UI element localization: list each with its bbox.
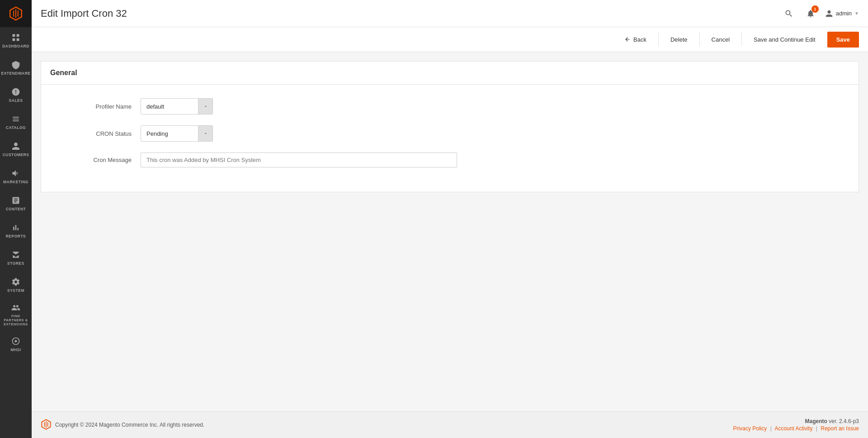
- sidebar-item-label: EXTENDWARE: [1, 71, 31, 76]
- footer-right: Magento ver. 2.4.6-p3 Privacy Policy | A…: [733, 418, 859, 432]
- sidebar-item-find-partners[interactable]: FIND PARTNERS & EXTENSIONS: [0, 299, 32, 331]
- footer-magento-logo: [41, 419, 52, 431]
- footer-version-label: Magento: [805, 418, 827, 424]
- chevron-down-icon: ▼: [854, 11, 859, 16]
- footer-separator-2: |: [816, 425, 817, 432]
- sidebar-item-catalog[interactable]: CATALOG: [0, 109, 32, 136]
- toolbar-divider-1: [658, 33, 659, 46]
- page-footer: Copyright © 2024 Magento Commerce Inc. A…: [32, 411, 868, 438]
- cron-message-label: Cron Message: [50, 157, 141, 163]
- sidebar-item-label: MHSI: [10, 348, 21, 352]
- back-arrow-icon: [624, 36, 631, 43]
- sidebar-item-label: CONTENT: [6, 207, 26, 211]
- notifications-button[interactable]: 1: [803, 6, 818, 21]
- profiler-name-row: Profiler Name default: [50, 98, 457, 114]
- profiler-name-value: default: [141, 100, 198, 114]
- cron-message-input[interactable]: [141, 152, 457, 167]
- footer-left: Copyright © 2024 Magento Commerce Inc. A…: [41, 419, 204, 431]
- footer-version-text: Magento ver. 2.4.6-p3: [733, 418, 859, 424]
- profiler-name-select[interactable]: default: [141, 98, 213, 114]
- cron-status-label: CRON Status: [50, 130, 141, 137]
- sidebar-item-label: REPORTS: [6, 234, 26, 238]
- account-activity-link[interactable]: Account Activity: [774, 425, 812, 432]
- admin-username: admin: [836, 10, 852, 17]
- cron-status-select[interactable]: Pending: [141, 125, 213, 142]
- report-issue-link[interactable]: Report an Issue: [821, 425, 859, 432]
- footer-version-number: ver. 2.4.6-p3: [829, 418, 859, 424]
- delete-button[interactable]: Delete: [664, 33, 694, 47]
- footer-copyright: Copyright © 2024 Magento Commerce Inc. A…: [55, 422, 204, 428]
- sidebar-item-label: MARKETING: [3, 180, 28, 184]
- admin-user-menu[interactable]: admin ▼: [825, 10, 859, 18]
- sidebar-item-label: CATALOG: [6, 125, 26, 130]
- sidebar-item-label: SYSTEM: [7, 288, 24, 293]
- sidebar-item-label: DASHBOARD: [2, 44, 29, 48]
- back-button[interactable]: Back: [618, 33, 653, 47]
- cron-status-row: CRON Status Pending: [50, 125, 457, 142]
- svg-rect-3: [17, 38, 19, 41]
- cron-message-row: Cron Message: [50, 152, 457, 167]
- action-toolbar: Back Delete Cancel Save and Continue Edi…: [32, 27, 868, 52]
- footer-links: Privacy Policy | Account Activity | Repo…: [733, 425, 859, 432]
- search-button[interactable]: [782, 6, 796, 21]
- content-area: General Profiler Name default: [32, 52, 868, 411]
- sidebar-item-label: STORES: [7, 261, 24, 266]
- svg-point-5: [15, 340, 17, 342]
- sidebar-item-customers[interactable]: CUSTOMERS: [0, 136, 32, 163]
- sidebar: DASHBOARD EXTENDWARE SALES CATALOG CUSTO…: [0, 0, 32, 438]
- toolbar-divider-3: [741, 33, 742, 46]
- form-section-heading: General: [41, 62, 859, 85]
- save-button[interactable]: Save: [827, 32, 859, 48]
- sidebar-item-extendware[interactable]: EXTENDWARE: [0, 54, 32, 81]
- footer-separator-1: |: [770, 425, 772, 432]
- sidebar-item-content[interactable]: CONTENT: [0, 190, 32, 217]
- cron-status-field: Pending: [141, 125, 457, 142]
- sidebar-item-stores[interactable]: STORES: [0, 244, 32, 271]
- profiler-name-label: Profiler Name: [50, 103, 141, 110]
- privacy-policy-link[interactable]: Privacy Policy: [733, 425, 767, 432]
- sidebar-item-label: CUSTOMERS: [3, 152, 29, 157]
- svg-rect-2: [13, 38, 15, 41]
- profiler-name-toggle[interactable]: [198, 99, 212, 114]
- page-title: Edit Import Cron 32: [41, 8, 782, 19]
- sidebar-item-reports[interactable]: REPORTS: [0, 217, 32, 244]
- sidebar-item-label: SALES: [9, 98, 23, 103]
- cron-message-field: [141, 152, 457, 167]
- svg-rect-1: [17, 34, 19, 37]
- header-actions: 1 admin ▼: [782, 6, 859, 21]
- cron-status-toggle[interactable]: [198, 126, 212, 141]
- profiler-name-field: default: [141, 98, 457, 114]
- sidebar-item-marketing[interactable]: MARKETING: [0, 163, 32, 190]
- sidebar-item-sales[interactable]: SALES: [0, 81, 32, 109]
- form-container: General Profiler Name default: [41, 61, 859, 192]
- sidebar-item-dashboard[interactable]: DASHBOARD: [0, 27, 32, 54]
- save-continue-button[interactable]: Save and Continue Edit: [747, 33, 822, 47]
- form-body: Profiler Name default CRON Status: [41, 85, 859, 192]
- chevron-down-icon: [203, 131, 208, 136]
- toolbar-divider-2: [699, 33, 700, 46]
- svg-rect-0: [13, 34, 15, 37]
- search-icon: [784, 9, 793, 18]
- cancel-button[interactable]: Cancel: [705, 33, 736, 47]
- main-content: Edit Import Cron 32 1 admin ▼ Back Delet…: [32, 0, 868, 438]
- sidebar-item-mhsi[interactable]: MHSI: [0, 331, 32, 358]
- magento-logo[interactable]: [0, 0, 32, 27]
- sidebar-item-label: FIND PARTNERS & EXTENSIONS: [2, 314, 29, 326]
- user-icon: [825, 10, 833, 18]
- cron-status-value: Pending: [141, 127, 198, 141]
- chevron-down-icon: [203, 104, 208, 109]
- page-header: Edit Import Cron 32 1 admin ▼: [32, 0, 868, 27]
- notification-count: 1: [811, 5, 819, 13]
- sidebar-item-system[interactable]: SYSTEM: [0, 271, 32, 299]
